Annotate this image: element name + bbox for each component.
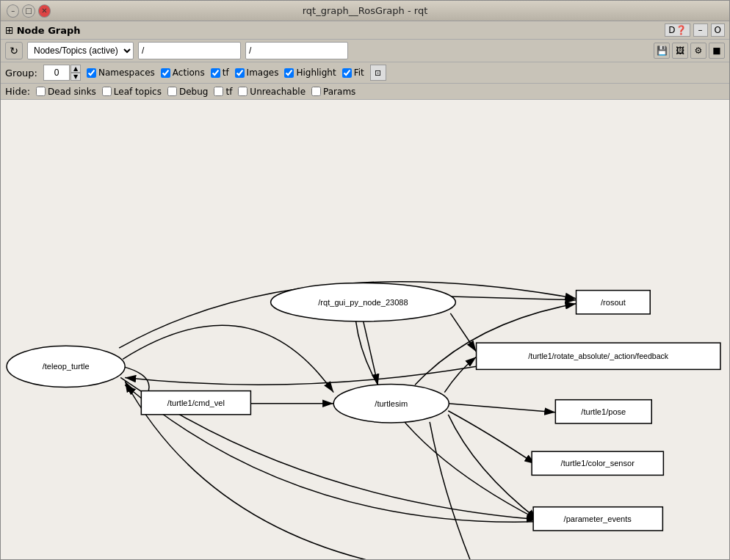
debug-checkbox[interactable] <box>167 87 177 96</box>
filter-row: Group: ▲ ▼ Namespaces Actions tf Images … <box>1 62 729 84</box>
controls-row: ↻ Nodes/Topics (active) 💾 🖼 ⚙ ■ <box>1 40 729 62</box>
fit-button[interactable]: ⊡ <box>370 65 386 81</box>
display-mode-dropdown[interactable]: Nodes/Topics (active) <box>27 42 134 59</box>
actions-label: Actions <box>173 68 205 78</box>
teleop-turtle-label: /teleop_turtle <box>43 362 90 371</box>
group-label: Group: <box>5 68 37 79</box>
images-label: Images <box>247 68 279 78</box>
tf-checkbox-label[interactable]: tf <box>211 68 229 78</box>
namespaces-label: Namespaces <box>98 68 155 78</box>
hide-row: Hide: Dead sinks Leaf topics Debug tf Un… <box>1 84 729 100</box>
tf-label: tf <box>223 68 229 78</box>
node-graph-header: ⊞ Node Graph D❓ – O <box>1 21 729 40</box>
leaf-topics-label[interactable]: Leaf topics <box>102 87 162 97</box>
actions-checkbox[interactable] <box>161 68 170 78</box>
rosout-label: /rosout <box>601 298 626 307</box>
dead-sinks-checkbox[interactable] <box>36 87 46 96</box>
close-button[interactable]: ✕ <box>38 4 51 18</box>
window-title: rqt_graph__RosGraph - rqt <box>51 5 679 16</box>
node-graph-title: Node Graph <box>17 25 81 36</box>
hide-tf-checkbox[interactable] <box>214 87 223 96</box>
namespaces-checkbox-label[interactable]: Namespaces <box>87 68 155 78</box>
node-graph-icon: ⊞ <box>5 24 14 36</box>
dead-sinks-text: Dead sinks <box>48 87 96 97</box>
turtlesim-label: /turtlesim <box>375 399 408 408</box>
stop-button[interactable]: ■ <box>709 43 725 59</box>
title-bar: – □ ✕ rqt_graph__RosGraph - rqt <box>1 1 729 21</box>
color-sensor-label: /turtle1/color_sensor <box>561 459 635 468</box>
unreachable-checkbox[interactable] <box>238 87 247 96</box>
settings-button[interactable]: ⚙ <box>690 43 706 59</box>
header-minimize-button[interactable]: – <box>693 23 708 37</box>
filter2-input[interactable] <box>245 42 348 59</box>
spinner-up[interactable]: ▲ <box>71 65 81 73</box>
filter1-input[interactable] <box>138 42 241 59</box>
group-input[interactable] <box>43 65 70 81</box>
hide-tf-label[interactable]: tf <box>214 87 232 97</box>
params-checkbox[interactable] <box>311 87 321 96</box>
images-checkbox-label[interactable]: Images <box>235 68 279 78</box>
fit-checkbox[interactable] <box>342 68 352 78</box>
header-close-button[interactable]: O <box>711 23 725 37</box>
main-window: – □ ✕ rqt_graph__RosGraph - rqt ⊞ Node G… <box>0 0 730 560</box>
highlight-checkbox[interactable] <box>284 68 294 78</box>
maximize-button[interactable]: □ <box>22 4 35 18</box>
help-button[interactable]: D❓ <box>665 23 690 37</box>
graph-area[interactable]: /teleop_turtle /rqt_gui_py_node_23088 /t… <box>1 100 729 559</box>
params-text: Params <box>323 87 355 97</box>
refresh-button[interactable]: ↻ <box>5 42 23 59</box>
feedback-label: /turtle1/rotate_absolute/_action/feedbac… <box>528 352 669 360</box>
debug-label[interactable]: Debug <box>167 87 208 97</box>
rqt-gui-label: /rqt_gui_py_node_23088 <box>318 298 408 307</box>
debug-text: Debug <box>179 87 208 97</box>
hide-tf-text: tf <box>225 87 232 97</box>
screenshot-button[interactable]: 🖼 <box>672 43 688 59</box>
hide-label: Hide: <box>5 86 30 97</box>
dead-sinks-label[interactable]: Dead sinks <box>36 87 96 97</box>
namespaces-checkbox[interactable] <box>87 68 96 78</box>
unreachable-text: Unreachable <box>250 87 306 97</box>
group-spinner[interactable]: ▲ ▼ <box>43 65 81 81</box>
actions-checkbox-label[interactable]: Actions <box>161 68 205 78</box>
save-button[interactable]: 💾 <box>654 43 670 59</box>
tf-checkbox[interactable] <box>211 68 220 78</box>
images-checkbox[interactable] <box>235 68 245 78</box>
pose-label: /turtle1/pose <box>581 407 626 416</box>
unreachable-label[interactable]: Unreachable <box>238 87 306 97</box>
highlight-label: Highlight <box>296 68 336 78</box>
highlight-checkbox-label[interactable]: Highlight <box>284 68 336 78</box>
header-controls: D❓ – O <box>665 23 725 37</box>
minimize-button[interactable]: – <box>7 4 19 18</box>
spinner-down[interactable]: ▼ <box>71 73 81 81</box>
spinner-buttons: ▲ ▼ <box>71 65 81 81</box>
fit-checkbox-label[interactable]: Fit <box>342 68 364 78</box>
params-label[interactable]: Params <box>311 87 355 97</box>
graph-svg: /teleop_turtle /rqt_gui_py_node_23088 /t… <box>1 100 729 559</box>
leaf-topics-checkbox[interactable] <box>102 87 112 96</box>
cmd-vel-label: /turtle1/cmd_vel <box>167 399 225 407</box>
fit-label: Fit <box>354 68 364 78</box>
leaf-topics-text: Leaf topics <box>114 87 162 97</box>
parameter-events-label: /parameter_events <box>564 514 632 523</box>
